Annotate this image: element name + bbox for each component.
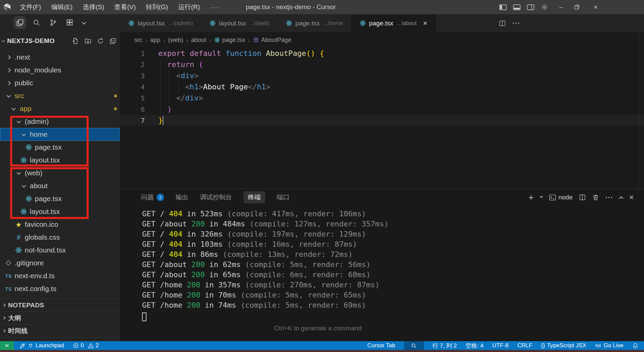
editor-tab[interactable]: page.tsx...\home [278,14,351,32]
go-live-status-item[interactable]: Go Live [595,342,623,349]
explorer-view-icon[interactable] [14,17,26,28]
eol-status-item[interactable]: CRLF [517,342,532,349]
problems-status-item[interactable]: 0 2 [73,342,99,349]
panel-tab-终端[interactable]: 终端 [244,191,265,203]
indentation-status-item[interactable]: 空格: 4 [465,342,483,350]
terminal-log-line: GET /about 200 in 484ms (compile: 127ms,… [142,219,644,229]
terminal-dropdown-chevron-icon[interactable] [539,195,543,198]
split-editor-icon[interactable] [499,20,506,27]
new-terminal-icon[interactable]: + [529,193,534,202]
toggle-primary-sidebar-icon[interactable] [499,4,507,10]
code-editor[interactable]: 1export default function AboutPage() {2 … [120,48,644,189]
panel-tab-调试控制台[interactable]: 调试控制台 [200,193,232,202]
search-view-icon[interactable] [31,17,42,28]
tree-item-label: (admin) [25,117,49,126]
editor-tab[interactable]: layout.tsx...\(web) [201,14,278,32]
code-line[interactable]: 7} [120,115,644,126]
tree-item-not-found.tsx[interactable]: not-found.tsx [0,244,120,257]
code-line[interactable]: 5 </div> [120,92,644,104]
close-window-button[interactable]: × [591,3,600,11]
tree-item-src[interactable]: src [0,89,120,102]
encoding-status-item[interactable]: UTF-8 [492,342,508,349]
toggle-panel-icon[interactable] [513,4,521,10]
menu-item[interactable]: 转到(G) [141,3,173,10]
tree-item-globals.css[interactable]: #globals.css [0,231,120,244]
new-file-icon[interactable] [72,38,79,44]
sidebar: NEXTJS-DEMO .nextnode_modulespublicsrcap… [0,14,120,341]
tab-filename: layout.tsx [138,20,165,27]
tree-item-label: next.config.ts [15,285,56,293]
menu-item[interactable]: 运行(R) [173,3,205,10]
tree-item-about[interactable]: about [0,179,120,192]
collapse-folders-icon[interactable] [110,38,116,44]
kill-terminal-trash-icon[interactable] [592,194,599,201]
source-control-view-icon[interactable] [47,17,59,28]
editor-more-actions-icon[interactable]: ··· [512,19,520,27]
tree-item--web-[interactable]: (web) [0,167,120,179]
breadcrumb-item[interactable]: (web) [168,37,183,44]
tree-item-favicon.ico[interactable]: ★favicon.ico [0,218,120,231]
breadcrumb-item[interactable]: src [134,37,142,44]
tree-item-public[interactable]: public [0,76,120,89]
code-line[interactable]: 1export default function AboutPage() { [120,48,644,59]
terminal-instance-item[interactable]: node [549,194,573,201]
editor-tab[interactable]: page.tsx...\about× [351,14,436,32]
code-line[interactable]: 3 <div> [120,70,644,81]
code-line[interactable]: 2 return ( [120,59,644,70]
sidebar-section-时间线[interactable]: 时间线 [0,324,120,337]
notifications-bell-icon[interactable] [632,343,639,349]
close-tab-icon[interactable]: × [423,20,428,27]
breadcrumb-item[interactable]: app [150,37,160,44]
split-terminal-icon[interactable] [579,194,586,201]
tree-item-layout.tsx[interactable]: layout.tsx [0,205,120,218]
search-status-item[interactable] [404,341,424,350]
tree-item-.gitignore[interactable]: .gitignore [0,257,120,269]
minimize-button[interactable]: – [557,3,566,11]
tree-item-app[interactable]: app [0,102,120,115]
menu-item[interactable]: 查看(V) [109,3,141,10]
remote-indicator[interactable] [0,341,14,350]
activity-chevron-down-icon[interactable] [80,17,87,28]
toggle-secondary-sidebar-icon[interactable] [527,4,534,10]
tree-item-next-env.d.ts[interactable]: TSnext-env.d.ts [0,269,120,282]
tree-item-page.tsx[interactable]: page.tsx [0,141,120,154]
settings-gear-icon[interactable] [541,3,548,11]
tree-item-label: globals.css [25,233,60,241]
close-panel-icon[interactable]: × [629,193,634,202]
tree-item-home[interactable]: home [0,128,120,141]
restore-button[interactable] [574,4,583,10]
tree-item-next.config.ts[interactable]: TSnext.config.ts [0,282,120,295]
terminal-output[interactable]: GET / 404 in 523ms (compile: 417ms, rend… [120,205,644,310]
new-folder-icon[interactable] [85,38,91,44]
panel-tab-端口[interactable]: 端口 [277,193,290,202]
cursor-tab-status-item[interactable]: Cursor Tab [367,342,395,349]
panel-more-actions-icon[interactable]: ··· [605,194,613,201]
sidebar-section-大纲[interactable]: 大纲 [0,311,120,324]
launchpad-status-item[interactable]: Launchpad [19,342,64,349]
tree-item--admin-[interactable]: (admin) [0,115,120,128]
sidebar-section-NOTEPADS[interactable]: NOTEPADS [0,299,120,311]
panel-tab-问题[interactable]: 问题2 [141,193,164,202]
refresh-icon[interactable] [97,38,104,44]
explorer-section-header[interactable]: NEXTJS-DEMO [0,35,120,47]
breadcrumb-item-file[interactable]: page.tsx [222,37,245,44]
editor-tab[interactable]: layout.tsx...\(admin) [120,14,201,32]
tree-item-layout.tsx[interactable]: layout.tsx [0,154,120,167]
extensions-view-icon[interactable] [64,17,75,28]
code-line[interactable]: 4 <h1>About Page</h1> [120,81,644,92]
menu-item[interactable]: 文件(F) [15,3,46,10]
explorer-collapse-chevron-icon [2,39,5,42]
tree-item-.next[interactable]: .next [0,51,120,64]
breadcrumb-item[interactable]: about [191,37,206,44]
tree-item-node-modules[interactable]: node_modules [0,64,120,76]
breadcrumb-item-symbol[interactable]: AboutPage [261,37,291,44]
maximize-panel-chevron-icon[interactable] [619,196,623,200]
tree-item-page.tsx[interactable]: page.tsx [0,192,120,205]
line-col-status-item[interactable]: 行 7, 列 2 [433,342,457,350]
code-line[interactable]: 6 ) [120,104,644,115]
menu-item[interactable]: 选择(S) [78,3,109,10]
menu-item[interactable]: 编辑(E) [46,3,77,10]
panel-tab-输出[interactable]: 输出 [176,193,188,202]
language-mode-status-item[interactable]: {} TypeScript JSX [541,342,586,349]
breadcrumb[interactable]: src›app›(web)›about›page.tsx›AboutPage [120,32,644,48]
